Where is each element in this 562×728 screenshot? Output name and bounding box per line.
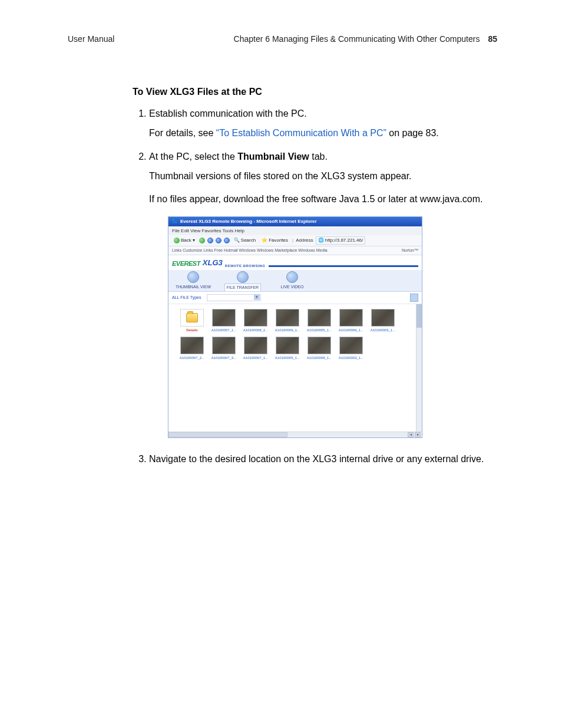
- brand-line: [269, 265, 418, 267]
- thumb-label: A10100003_1...: [337, 355, 365, 361]
- thumb-image[interactable]: A10100008_1...: [242, 309, 270, 333]
- thumb-folder[interactable]: Details: [178, 309, 206, 333]
- thumb-label: A10100003_1...: [369, 328, 397, 333]
- step-1-detail-pre: For details, see: [149, 128, 216, 138]
- thumb-image[interactable]: A10100005_1...: [273, 337, 302, 361]
- tabs-row: THUMBNAIL VIEW FILE TRANSFER LIVE VIDEO: [168, 270, 422, 292]
- thumb-image-box: [212, 337, 236, 354]
- vertical-scrollbar[interactable]: [416, 304, 422, 431]
- thumb-image-box: [244, 337, 267, 354]
- refresh-thumbs-button[interactable]: [410, 294, 418, 302]
- step-1-text: Establish communication with the PC.: [149, 108, 307, 118]
- thumb-image-box: [339, 337, 363, 354]
- thumb-label: A10100009_1...: [273, 328, 302, 333]
- ie-linksbar: Links Customize Links Free Hotmail Windo…: [168, 246, 422, 255]
- step-3: Navigate to the desired location on the …: [149, 452, 497, 466]
- header-page-number: 85: [488, 34, 497, 44]
- scroll-left-icon[interactable]: ◂: [408, 432, 414, 437]
- search-icon: 🔍: [234, 237, 240, 244]
- step-3-text: Navigate to the desired location on the …: [149, 454, 484, 464]
- page-header: User Manual Chapter 6 Managing Files & C…: [0, 34, 562, 44]
- brand-row: EVEREST XLG3 REMOTE BROWSING: [168, 255, 422, 270]
- page-content: To View XLG3 Files at the PC Establish c…: [0, 44, 562, 466]
- thumb-image[interactable]: A10100003_1...: [337, 337, 365, 361]
- tab-file-transfer[interactable]: FILE TRANSFER: [218, 270, 267, 291]
- back-button[interactable]: Back ▾: [172, 236, 197, 245]
- step-1: Establish communication with the PC. For…: [149, 107, 497, 140]
- ie-menubar[interactable]: File Edit View Favorites Tools Help: [168, 226, 422, 236]
- thumb-image[interactable]: A10100005_1...: [305, 309, 333, 333]
- thumb-image-box: [180, 337, 204, 354]
- linksbar-right[interactable]: Norton™: [402, 248, 418, 253]
- linksbar-links[interactable]: Links Customize Links Free Hotmail Windo…: [172, 248, 328, 253]
- tab-transfer-label: FILE TRANSFER: [224, 284, 261, 291]
- star-icon: ⭐: [262, 237, 267, 244]
- transfer-icon: [237, 271, 249, 283]
- home-button[interactable]: [224, 238, 230, 243]
- refresh-button[interactable]: [216, 238, 222, 243]
- thumb-image[interactable]: A10100007_2...: [178, 337, 206, 361]
- thumb-image-box: [308, 337, 331, 354]
- brand-sub: REMOTE BROWSING: [225, 263, 266, 269]
- thumb-image[interactable]: A10100003_1...: [369, 309, 397, 333]
- toolbar-separator: |: [292, 237, 293, 244]
- back-label: Back: [181, 237, 191, 244]
- horizontal-scrollbar[interactable]: ◂ ▸: [168, 431, 422, 437]
- ie-titlebar: 🟦 Everest XLG3 Remote Browsing - Microso…: [168, 217, 422, 226]
- video-icon: [286, 271, 298, 283]
- ie-app-icon: 🟦: [172, 218, 178, 225]
- favorites-button[interactable]: ⭐Favorites: [260, 236, 290, 245]
- thumb-image-box: [276, 337, 299, 354]
- thumb-image[interactable]: A10100007_3...: [210, 337, 238, 361]
- tab-live-video[interactable]: LIVE VIDEO: [267, 270, 317, 291]
- thumb-image-box: [212, 309, 236, 327]
- tab-thumbnail-view[interactable]: THUMBNAIL VIEW: [168, 270, 218, 291]
- thumb-image-box: [244, 309, 267, 327]
- step-1-detail-post: on page 83.: [386, 128, 439, 138]
- address-field[interactable]: 🌐 http://3.87.221.46/: [316, 236, 366, 245]
- folder-icon: [186, 313, 198, 322]
- filter-row: ALL FILE Types: [168, 292, 422, 304]
- ie-toolbar: Back ▾ 🔍Search ⭐Favorites | Address 🌐 ht…: [168, 235, 422, 246]
- horizontal-scroll-thumb[interactable]: [168, 432, 287, 437]
- thumb-label: A10100007_3...: [210, 355, 238, 361]
- thumb-image-box: [276, 309, 299, 327]
- filter-label: ALL FILE Types: [172, 295, 201, 301]
- step-2-post: tab.: [309, 151, 328, 162]
- xref-establish-comm[interactable]: “To Establish Communication With a PC”: [216, 128, 386, 138]
- thumb-label: A10100007_1...: [242, 355, 270, 361]
- thumb-image[interactable]: A10100008_1...: [305, 337, 333, 361]
- thumbnail-icon: [187, 271, 199, 283]
- favorites-label: Favorites: [269, 237, 288, 244]
- thumb-image[interactable]: A10100007_1...: [210, 309, 238, 333]
- ie-window: 🟦 Everest XLG3 Remote Browsing - Microso…: [168, 216, 422, 438]
- manual-page: User Manual Chapter 6 Managing Files & C…: [0, 0, 562, 728]
- thumb-label: A10100008_1...: [305, 355, 333, 361]
- step-2-bold: Thumbnail View: [237, 151, 309, 162]
- address-label: Address: [296, 237, 313, 244]
- step-2-pre: At the PC, select the: [149, 151, 237, 162]
- tab-video-label: LIVE VIDEO: [279, 284, 306, 291]
- section-title: To View XLG3 Files at the PC: [133, 85, 497, 98]
- search-label: Search: [241, 237, 256, 244]
- brand-everest: EVEREST: [172, 259, 200, 269]
- thumb-label: A10100005_1...: [273, 355, 302, 361]
- scroll-right-icon[interactable]: ▸: [415, 432, 421, 437]
- thumb-image[interactable]: A10100009_1...: [273, 309, 302, 333]
- thumb-image-box: [371, 309, 395, 327]
- header-right: Chapter 6 Managing Files & Communicating…: [234, 34, 497, 44]
- filter-select[interactable]: [207, 294, 261, 301]
- thumb-image[interactable]: A10100006_1...: [337, 309, 365, 333]
- forward-button[interactable]: [199, 238, 205, 243]
- thumb-image[interactable]: A10100007_1...: [242, 337, 270, 361]
- stop-button[interactable]: [207, 238, 213, 243]
- thumb-label: A10100007_2...: [178, 355, 206, 361]
- ie-title-text: Everest XLG3 Remote Browsing - Microsoft…: [180, 218, 317, 225]
- thumb-label: A10100006_1...: [337, 328, 365, 333]
- step-2: At the PC, select the Thumbnail View tab…: [149, 150, 497, 438]
- vertical-scroll-thumb[interactable]: [416, 304, 422, 328]
- thumb-label: A10100005_1...: [305, 328, 333, 333]
- thumb-label: Details: [178, 328, 206, 333]
- search-button[interactable]: 🔍Search: [232, 236, 257, 245]
- globe-icon: 🌐: [318, 238, 324, 243]
